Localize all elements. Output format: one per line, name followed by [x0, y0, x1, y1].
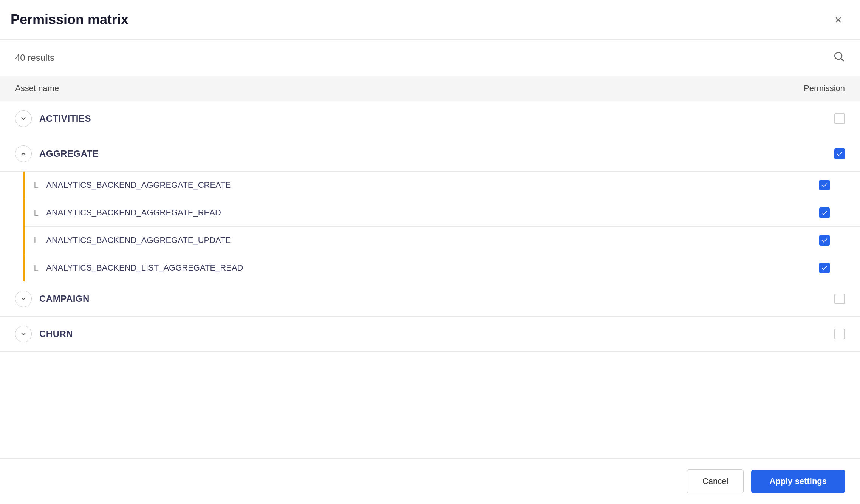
sub-row-aggregate-read: L ANALYTICS_BACKEND_AGGREGATE_READ	[25, 199, 860, 227]
checkbox-aggregate[interactable]	[834, 148, 845, 159]
search-icon	[833, 50, 845, 62]
svg-line-1	[841, 59, 843, 61]
permission-matrix-modal: Permission matrix × 40 results Asset nam…	[0, 0, 860, 504]
modal-header: Permission matrix ×	[0, 0, 860, 40]
group-name-churn: CHURN	[39, 329, 73, 339]
chevron-aggregate[interactable]	[15, 145, 32, 162]
col-asset-name-header: Asset name	[15, 83, 59, 93]
search-button[interactable]	[833, 50, 845, 65]
chevron-down-icon	[20, 331, 27, 337]
group-row-activities[interactable]: ACTIVITIES	[0, 101, 860, 136]
sub-name-aggregate-update: ANALYTICS_BACKEND_AGGREGATE_UPDATE	[46, 235, 231, 245]
chevron-up-icon	[20, 150, 27, 157]
group-name-campaign: CAMPAIGN	[39, 294, 90, 304]
checkbox-aggregate-create[interactable]	[819, 180, 830, 190]
chevron-down-icon	[20, 295, 27, 302]
chevron-churn[interactable]	[15, 326, 32, 342]
close-button[interactable]: ×	[832, 11, 845, 29]
apply-settings-button[interactable]: Apply settings	[751, 470, 845, 493]
modal-footer: Cancel Apply settings	[0, 458, 860, 504]
checkbox-campaign[interactable]	[834, 294, 845, 304]
group-row-churn[interactable]: CHURN	[0, 317, 860, 352]
search-bar: 40 results	[0, 40, 860, 76]
modal-title: Permission matrix	[11, 12, 128, 28]
group-row-campaign[interactable]: CAMPAIGN	[0, 281, 860, 317]
col-permission-header: Permission	[804, 83, 845, 93]
svg-point-0	[835, 52, 842, 59]
sub-icon-aggregate-create: L	[34, 181, 39, 190]
sub-left-aggregate-create: L ANALYTICS_BACKEND_AGGREGATE_CREATE	[25, 180, 231, 190]
sub-name-aggregate-read: ANALYTICS_BACKEND_AGGREGATE_READ	[46, 208, 221, 218]
table-body: ACTIVITIES AGGREGATE L ANALYTICS_BA	[0, 101, 860, 458]
sub-left-aggregate-list-read: L ANALYTICS_BACKEND_LIST_AGGREGATE_READ	[25, 263, 243, 273]
aggregate-sub-rows: L ANALYTICS_BACKEND_AGGREGATE_CREATE L A…	[23, 172, 860, 281]
sub-icon-aggregate-read: L	[34, 208, 39, 218]
checkbox-churn[interactable]	[834, 329, 845, 339]
sub-left-aggregate-read: L ANALYTICS_BACKEND_AGGREGATE_READ	[25, 208, 221, 218]
chevron-campaign[interactable]	[15, 291, 32, 307]
chevron-activities[interactable]	[15, 110, 32, 127]
table-header: Asset name Permission	[0, 76, 860, 101]
sub-icon-aggregate-list-read: L	[34, 263, 39, 273]
chevron-down-icon	[20, 115, 27, 122]
sub-name-aggregate-create: ANALYTICS_BACKEND_AGGREGATE_CREATE	[46, 180, 231, 190]
checkbox-aggregate-read[interactable]	[819, 207, 830, 218]
checkbox-aggregate-list-read[interactable]	[819, 263, 830, 273]
results-count: 40 results	[15, 53, 54, 63]
group-row-aggregate[interactable]: AGGREGATE	[0, 136, 860, 172]
sub-left-aggregate-update: L ANALYTICS_BACKEND_AGGREGATE_UPDATE	[25, 235, 231, 245]
group-name-activities: ACTIVITIES	[39, 113, 91, 124]
group-left-activities: ACTIVITIES	[15, 110, 91, 127]
group-left-campaign: CAMPAIGN	[15, 291, 90, 307]
sub-row-aggregate-create: L ANALYTICS_BACKEND_AGGREGATE_CREATE	[25, 172, 860, 199]
sub-icon-aggregate-update: L	[34, 236, 39, 245]
sub-row-aggregate-list-read: L ANALYTICS_BACKEND_LIST_AGGREGATE_READ	[25, 254, 860, 281]
sub-name-aggregate-list-read: ANALYTICS_BACKEND_LIST_AGGREGATE_READ	[46, 263, 243, 273]
checkbox-aggregate-update[interactable]	[819, 235, 830, 246]
group-name-aggregate: AGGREGATE	[39, 148, 99, 159]
sub-row-aggregate-update: L ANALYTICS_BACKEND_AGGREGATE_UPDATE	[25, 227, 860, 254]
group-left-aggregate: AGGREGATE	[15, 145, 99, 162]
checkbox-activities[interactable]	[834, 113, 845, 124]
group-left-churn: CHURN	[15, 326, 73, 342]
cancel-button[interactable]: Cancel	[687, 469, 744, 493]
